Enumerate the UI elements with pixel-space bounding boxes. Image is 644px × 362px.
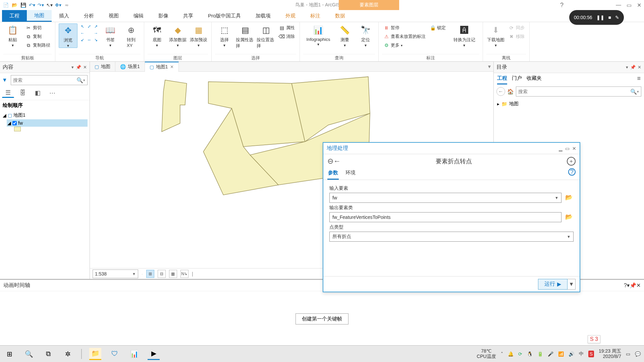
- new-project-icon[interactable]: 📄: [2, 1, 9, 9]
- gp-back-icon[interactable]: ⊖←: [327, 157, 341, 166]
- gp-minimize-icon[interactable]: ▁: [559, 146, 562, 151]
- attributes-button[interactable]: ▤属性: [277, 23, 296, 32]
- panel-close-icon[interactable]: ✕: [83, 65, 87, 70]
- tray-ime-icon[interactable]: S: [588, 351, 594, 357]
- undo-icon[interactable]: ↶▾: [28, 1, 36, 9]
- tray-wifi-icon[interactable]: 📶: [558, 351, 564, 357]
- panel-menu-icon[interactable]: ▾: [71, 65, 74, 70]
- recorder-edit-icon[interactable]: ✎: [615, 15, 619, 20]
- start-icon[interactable]: ⊞: [3, 348, 15, 360]
- app-shield-icon[interactable]: 🛡: [109, 348, 121, 360]
- catalog-tab-project[interactable]: 工程: [497, 75, 507, 84]
- panel-close-icon[interactable]: ✕: [636, 283, 641, 288]
- tray-qq-icon[interactable]: 🐧: [527, 351, 533, 357]
- ribbon-tab-labeling[interactable]: 标注: [303, 10, 328, 22]
- lock-labels-button[interactable]: 🔒锁定: [428, 23, 447, 32]
- toc-more-icon[interactable]: ⋯: [46, 88, 58, 98]
- expand-icon[interactable]: ▸: [497, 101, 499, 107]
- close-icon[interactable]: ✕: [637, 2, 641, 8]
- snapping-icon[interactable]: ⊞: [146, 270, 154, 278]
- measure-button[interactable]: 📏测量▼: [335, 23, 354, 47]
- map-tab-1[interactable]: 🌐场景1: [115, 62, 145, 72]
- toc-map-item[interactable]: ◢▢地图1: [2, 111, 88, 119]
- ribbon-tab-imagery[interactable]: 影像: [151, 10, 176, 22]
- panel-close-icon[interactable]: ✕: [638, 65, 641, 70]
- tray-volume-icon[interactable]: 🔊: [569, 351, 574, 357]
- redo-icon[interactable]: ↷▾: [37, 1, 44, 9]
- panel-menu-icon[interactable]: ▾: [626, 65, 628, 70]
- layer-visibility-checkbox[interactable]: [12, 121, 17, 125]
- select-by-loc-button[interactable]: ◫按位置选择: [257, 23, 275, 49]
- correction-icon[interactable]: N↳: [180, 270, 189, 278]
- gp-close-icon[interactable]: ✕: [572, 146, 576, 151]
- app-chart-icon[interactable]: 📊: [128, 348, 140, 360]
- goto-xy-button[interactable]: ⊕转到 XY: [122, 23, 141, 48]
- panel-menu-icon[interactable]: ▾: [627, 283, 630, 288]
- select-by-attr-button[interactable]: ▤按属性选择: [236, 23, 255, 49]
- contents-search-input[interactable]: [13, 77, 76, 83]
- catalog-search-input[interactable]: [518, 89, 630, 94]
- catalog-menu-icon[interactable]: ≡: [637, 75, 641, 84]
- tray-battery-icon[interactable]: 🔋: [537, 351, 543, 357]
- download-map-button[interactable]: ⬇下载地图▼: [486, 23, 505, 47]
- ribbon-tab-insert[interactable]: 插入: [52, 10, 76, 22]
- tray-sync-icon[interactable]: ⟳: [518, 351, 522, 357]
- open-project-icon[interactable]: 📂: [11, 1, 18, 9]
- qat-customize-icon[interactable]: ≂: [63, 1, 70, 9]
- gp-maximize-icon[interactable]: ▭: [565, 146, 570, 151]
- task-view-icon[interactable]: ⧉: [42, 348, 54, 360]
- help-icon[interactable]: ?: [560, 2, 564, 9]
- add-preset-button[interactable]: ▦添加预设▼: [189, 23, 208, 47]
- ribbon-tab-analysis[interactable]: 分析: [76, 10, 101, 22]
- ribbon-tab-data[interactable]: 数据: [328, 10, 353, 22]
- toc-list-by-selection-icon[interactable]: ◧: [32, 88, 44, 98]
- clear-selection-button[interactable]: ⌫清除: [277, 32, 296, 41]
- search-icon[interactable]: 🔍: [76, 77, 83, 83]
- gp-tab-env[interactable]: 环境: [345, 168, 356, 180]
- basemap-button[interactable]: 🗺底图▼: [148, 23, 166, 47]
- ribbon-tab-share[interactable]: 共享: [176, 10, 201, 22]
- panel-pin-icon[interactable]: 📌: [630, 65, 636, 70]
- panel-help-icon[interactable]: ?: [624, 283, 627, 288]
- gp-output-features[interactable]: fw_FeatureVerticesToPoints: [329, 212, 561, 222]
- recorder-pause-icon[interactable]: ❚❚: [596, 15, 604, 20]
- catalog-item-maps[interactable]: ▸📁地图: [497, 100, 641, 108]
- pause-labels-button[interactable]: ⏸暂停: [382, 23, 427, 32]
- gp-point-type-select[interactable]: 所有折点▼: [329, 232, 574, 242]
- more-labeling-button[interactable]: ⚙更多▾: [382, 41, 427, 50]
- notifications-icon[interactable]: 💬: [635, 351, 641, 357]
- ime-indicator[interactable]: S 3: [588, 335, 600, 343]
- pointer-icon[interactable]: ↖▾: [46, 1, 53, 9]
- select-button[interactable]: ⬚选择▼: [215, 23, 234, 47]
- app-fan-icon[interactable]: ✲: [62, 348, 74, 360]
- tray-mic-icon[interactable]: 🎤: [548, 351, 553, 357]
- infographics-button[interactable]: 📊Infographics▼: [303, 23, 333, 46]
- expand-icon[interactable]: ◢: [7, 120, 11, 126]
- panel-pin-icon[interactable]: 📌: [630, 283, 636, 288]
- ribbon-tab-map[interactable]: 地图: [27, 10, 52, 22]
- catalog-tab-portal[interactable]: 门户: [512, 75, 522, 84]
- scale-input[interactable]: 1:538▼: [93, 269, 138, 278]
- tray-chevron-icon[interactable]: ˄: [501, 351, 503, 357]
- gp-add-icon[interactable]: ＋: [567, 157, 576, 166]
- create-keyframe-button[interactable]: 创建第一个关键帧: [296, 313, 348, 324]
- copy-button[interactable]: ⧉复制: [24, 32, 52, 41]
- bookmarks-button[interactable]: 📖书签▼: [101, 23, 120, 47]
- locate-button[interactable]: 🔭定位▼: [356, 23, 375, 47]
- filter-icon[interactable]: ▼: [2, 77, 7, 83]
- panel-pin-icon[interactable]: 📌: [76, 65, 81, 70]
- paste-button[interactable]: 📋粘贴▼: [3, 23, 22, 47]
- toc-layer-item[interactable]: ◢fw: [7, 119, 88, 127]
- copy-path-button[interactable]: ⧉复制路径: [24, 41, 52, 50]
- gp-tab-params[interactable]: 参数: [327, 168, 339, 180]
- close-tab-icon[interactable]: ✕: [170, 64, 174, 69]
- toc-list-by-drawing-icon[interactable]: ☰: [2, 88, 14, 98]
- layer-symbol-swatch[interactable]: [14, 127, 21, 131]
- map-tab-0[interactable]: ▢地图: [90, 62, 115, 72]
- save-icon[interactable]: 💾: [19, 1, 27, 9]
- expand-icon[interactable]: ◢: [3, 113, 6, 118]
- ribbon-tab-appearance[interactable]: 外观: [278, 10, 303, 22]
- explore-button[interactable]: ✥浏览▼: [59, 23, 77, 48]
- search-icon[interactable]: 🔍: [630, 88, 637, 95]
- grid-icon[interactable]: ⊟: [158, 270, 166, 278]
